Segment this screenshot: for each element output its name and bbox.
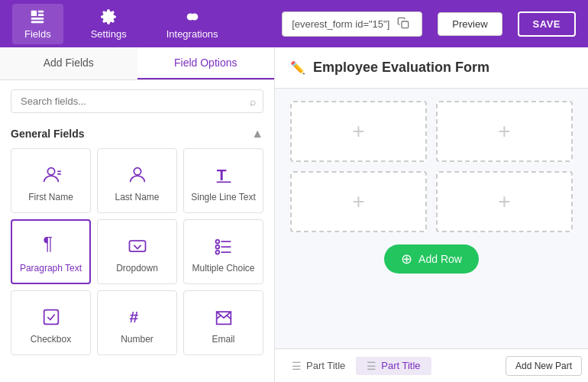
field-number-label: Number [121, 334, 153, 345]
svg-rect-2 [38, 14, 44, 16]
svg-point-11 [134, 167, 141, 174]
svg-point-6 [192, 14, 197, 19]
svg-point-8 [47, 167, 54, 174]
svg-rect-1 [38, 10, 44, 12]
nav-item-fields[interactable]: Fields [12, 4, 63, 44]
drag-icon-2: ☰ [367, 360, 376, 372]
drop-zone-1-1[interactable]: + [290, 101, 427, 162]
bottom-tab-part1[interactable]: ☰ Part Title [281, 357, 356, 375]
field-last-name-label: Last Name [115, 192, 159, 202]
bottom-tab-part2[interactable]: ☰ Part Title [356, 357, 431, 375]
svg-rect-3 [31, 17, 44, 19]
plus-icon: + [352, 189, 364, 214]
right-panel: ✏️ Employee Evaluation Form + + + + [275, 47, 588, 382]
save-button[interactable]: SAVE [518, 11, 576, 37]
bottom-tab-part1-label: Part Title [306, 360, 345, 371]
svg-text:T: T [216, 166, 226, 183]
tabs-row: Add Fields Field Options [0, 47, 274, 80]
svg-text:#: # [129, 308, 138, 325]
field-checkbox-label: Checkbox [31, 334, 71, 345]
field-first-name-label: First Name [28, 192, 73, 202]
form-row-1: + + [290, 101, 573, 162]
tab-add-fields[interactable]: Add Fields [0, 47, 137, 79]
form-header: ✏️ Employee Evaluation Form [275, 47, 588, 89]
field-email-label: Email [212, 334, 234, 345]
svg-point-16 [215, 239, 219, 243]
shortcode-text: [everest_form id="15"] [292, 18, 389, 30]
svg-point-20 [215, 250, 219, 254]
search-box: ⌕ [11, 89, 263, 113]
form-canvas: + + + + ⊕ Add Row [275, 89, 588, 348]
drag-icon-1: ☰ [292, 360, 302, 372]
drop-zone-2-2[interactable]: + [436, 171, 573, 232]
svg-rect-0 [31, 10, 37, 15]
main-layout: Add Fields Field Options ⌕ General Field… [0, 47, 588, 382]
field-card-single-line[interactable]: T Single Line Text [183, 148, 263, 213]
add-row-plus-icon: ⊕ [401, 251, 412, 267]
svg-rect-4 [31, 21, 44, 23]
shortcode-box: [everest_form id="15"] [282, 11, 422, 37]
left-panel: Add Fields Field Options ⌕ General Field… [0, 47, 275, 382]
tab-field-options[interactable]: Field Options [137, 47, 275, 79]
nav-integrations-label: Integrations [166, 28, 218, 40]
drop-zone-1-2[interactable]: + [436, 101, 573, 162]
svg-point-18 [215, 244, 219, 248]
drop-zone-2-1[interactable]: + [290, 171, 427, 232]
form-row-2: + + [290, 171, 573, 232]
plus-icon: + [498, 119, 510, 144]
search-input[interactable] [11, 89, 263, 113]
field-card-last-name[interactable]: Last Name [97, 148, 177, 213]
field-single-line-label: Single Line Text [191, 192, 256, 202]
bottom-tabs: ☰ Part Title ☰ Part Title Add New Part [275, 348, 588, 382]
add-row-button[interactable]: ⊕ Add Row [384, 244, 479, 274]
svg-rect-22 [44, 309, 58, 324]
section-chevron-icon[interactable]: ▲ [251, 127, 263, 141]
nav-fields-label: Fields [24, 28, 51, 40]
field-dropdown-label: Dropdown [116, 263, 158, 274]
top-nav: Fields Settings Integrations [everest_fo… [0, 0, 588, 47]
field-card-number[interactable]: # Number [97, 290, 177, 355]
field-card-checkbox[interactable]: Checkbox [11, 290, 91, 355]
field-card-first-name[interactable]: First Name [11, 148, 91, 213]
fields-grid: First Name Last Name T Single Line Text [0, 148, 274, 355]
form-title: Employee Evaluation Form [313, 60, 489, 76]
copy-shortcode-button[interactable] [394, 17, 412, 31]
field-card-email[interactable]: Email [183, 290, 263, 355]
nav-item-settings[interactable]: Settings [79, 4, 139, 44]
nav-settings-label: Settings [91, 28, 127, 40]
field-card-paragraph[interactable]: ¶ Paragraph Text [11, 219, 91, 284]
svg-text:¶: ¶ [43, 235, 53, 254]
svg-rect-7 [402, 21, 409, 28]
field-card-dropdown[interactable]: Dropdown [97, 219, 177, 284]
field-multiple-choice-label: Multiple Choice [192, 263, 254, 274]
form-edit-icon: ✏️ [290, 60, 305, 75]
svg-rect-15 [129, 241, 145, 251]
add-new-part-button[interactable]: Add New Part [506, 356, 582, 376]
plus-icon: + [498, 189, 510, 214]
plus-icon: + [352, 119, 364, 144]
section-title: General Fields [11, 128, 84, 140]
field-paragraph-label: Paragraph Text [20, 263, 82, 274]
bottom-tab-part2-label: Part Title [381, 360, 420, 371]
section-header: General Fields ▲ [0, 122, 274, 148]
preview-button[interactable]: Preview [438, 12, 502, 36]
nav-item-integrations[interactable]: Integrations [154, 4, 231, 44]
search-icon: ⌕ [250, 96, 256, 108]
field-card-multiple-choice[interactable]: Multiple Choice [183, 219, 263, 284]
add-row-label: Add Row [418, 253, 462, 265]
